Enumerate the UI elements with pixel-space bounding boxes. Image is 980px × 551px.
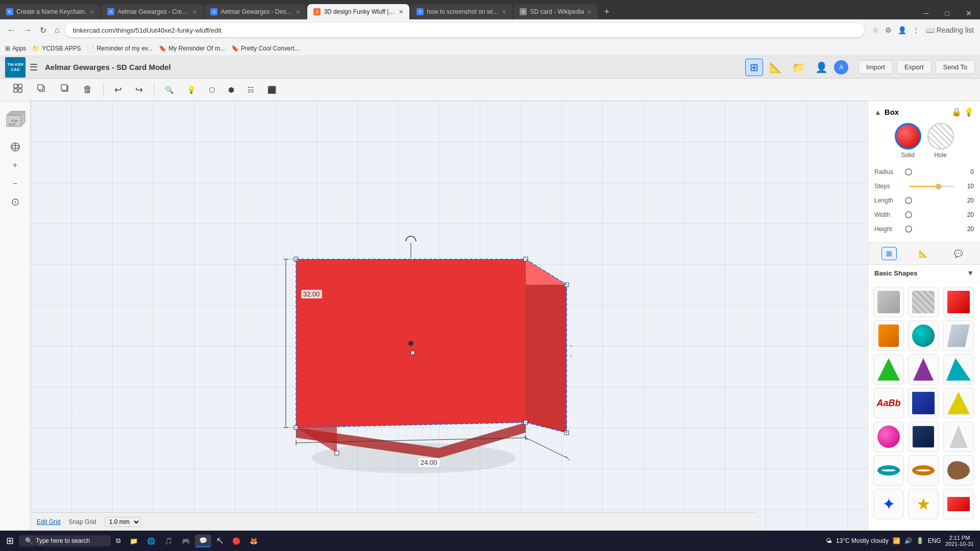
export-button[interactable]: Export xyxy=(897,60,932,74)
zoom-out-button[interactable]: − xyxy=(7,176,23,192)
shape-item-red-flat[interactable] xyxy=(943,489,974,519)
lightbulb-icon-button[interactable]: 💡 xyxy=(964,107,974,117)
steps-slider[interactable] xyxy=(909,186,954,187)
radius-dot[interactable] xyxy=(905,168,912,176)
discord-button[interactable]: 💬 xyxy=(195,535,211,547)
person-view-button[interactable]: 👤 xyxy=(811,59,832,76)
grid-view-button[interactable]: ⊞ xyxy=(745,59,763,76)
shape-item-metal[interactable] xyxy=(943,320,974,351)
view-tool-5[interactable]: ☷ xyxy=(243,83,259,97)
view-tool-4[interactable]: ⬢ xyxy=(224,83,239,97)
volume-icon[interactable]: 🔊 xyxy=(904,537,912,544)
shape-item-navy-box[interactable] xyxy=(908,421,939,452)
duplicate-tool[interactable] xyxy=(55,80,75,99)
tab-6[interactable]: S SD card - Wikipedia ✕ xyxy=(513,4,598,19)
shape-item-white-cone[interactable] xyxy=(943,421,974,452)
send-to-button[interactable]: Send To xyxy=(936,60,975,74)
menu-icon-button[interactable]: ☰ xyxy=(30,62,38,73)
tab-close-5[interactable]: ✕ xyxy=(502,9,506,15)
width-dot[interactable] xyxy=(905,211,912,218)
tab-close-4[interactable]: ✕ xyxy=(399,9,403,15)
hole-circle[interactable] xyxy=(927,123,954,149)
bookmark-button[interactable]: ☆ xyxy=(870,24,881,36)
shape-item-star-yellow[interactable]: ★ xyxy=(908,489,939,519)
shape-item-teal-prism[interactable] xyxy=(943,354,974,385)
chrome-button[interactable]: 🌐 xyxy=(143,535,159,547)
shape-item-orange-cyl[interactable] xyxy=(873,320,904,351)
shape-item-purple-prism[interactable] xyxy=(908,354,939,385)
solid-circle[interactable] xyxy=(895,123,921,149)
folder-view-button[interactable]: 📁 xyxy=(788,59,809,76)
ruler-tab-button[interactable]: 📐 xyxy=(915,247,932,260)
shape-item-blue-box[interactable] xyxy=(908,388,939,418)
shape-item-teal-sphere[interactable] xyxy=(908,320,939,351)
copy-tool[interactable] xyxy=(32,80,51,99)
tab-close-3[interactable]: ✕ xyxy=(296,9,300,15)
view-tool-3[interactable]: ⬡ xyxy=(204,83,219,97)
shape-item-green-prism[interactable] xyxy=(873,354,904,385)
minecraft-button[interactable]: ⛏ xyxy=(212,535,227,547)
bookmark-reminder2[interactable]: 🔖 My Reminder Of m... xyxy=(159,45,225,52)
ruler-view-button[interactable]: 📐 xyxy=(765,59,786,76)
new-tab-button[interactable]: + xyxy=(599,7,615,17)
import-button[interactable]: Import xyxy=(859,60,893,74)
shape-item-red-box[interactable] xyxy=(943,287,974,317)
redo-tool[interactable]: ↪ xyxy=(131,81,148,98)
extensions-button[interactable]: ⚙ xyxy=(883,24,894,36)
profile-button[interactable]: 👤 xyxy=(896,24,909,36)
shape-item-star-blue[interactable]: ✦ xyxy=(873,489,904,519)
canvas-area[interactable]: 32.00 24.00 Edit Grid Snap Grid 1.0 mm 0… xyxy=(31,101,868,531)
steam-button[interactable]: 🎮 xyxy=(178,535,194,547)
view-cube[interactable]: TOP BACK xyxy=(2,106,29,134)
search-bar[interactable]: 🔍 Type here to search xyxy=(19,535,111,546)
tab-close-1[interactable]: ✕ xyxy=(89,9,94,15)
tab-1[interactable]: K Create a Name Keychain. ✕ xyxy=(0,4,100,19)
orbit-button[interactable] xyxy=(7,139,23,155)
browser-button[interactable]: 🦊 xyxy=(246,535,262,547)
network-icon[interactable]: 📶 xyxy=(893,537,900,544)
spotify-button[interactable]: 🎵 xyxy=(160,535,177,547)
back-button[interactable]: ← xyxy=(4,23,18,37)
hole-option[interactable]: Hole xyxy=(927,123,954,159)
length-dot[interactable] xyxy=(905,197,912,204)
select-tool[interactable] xyxy=(8,80,28,99)
tab-2[interactable]: A Aelmar Gewarges - Create a Na... ✕ xyxy=(101,4,203,19)
shape-item-striped[interactable] xyxy=(908,287,939,317)
shape-item-pink-sphere[interactable] xyxy=(873,421,904,452)
bookmark-apps[interactable]: ⊞ Apps xyxy=(5,45,26,52)
shape-item-yellow-pyr[interactable] xyxy=(943,388,974,418)
view-tool-1[interactable]: 🔍 xyxy=(160,83,178,97)
address-input[interactable] xyxy=(65,23,864,37)
shape-item-brown-blob[interactable] xyxy=(943,455,974,486)
avatar-button[interactable]: A xyxy=(834,60,848,74)
shape-item-gray-box[interactable] xyxy=(873,287,904,317)
file-explorer-button[interactable]: 📁 xyxy=(126,535,142,547)
bookmark-convert[interactable]: 🔖 Pretty Cool Convert... xyxy=(231,45,300,52)
edit-grid-label[interactable]: Edit Grid xyxy=(37,518,61,525)
bookmark-reminder1[interactable]: 📄 Reminder of my ev... xyxy=(87,45,153,52)
home-button[interactable]: ⌂ xyxy=(52,23,63,37)
chat-tab-button[interactable]: 💬 xyxy=(950,247,967,260)
shapes-dropdown-button[interactable]: ▼ xyxy=(967,269,974,277)
shape-item-orange-torus[interactable] xyxy=(908,455,939,486)
shape-item-teal-torus[interactable] xyxy=(873,455,904,486)
height-dot[interactable] xyxy=(905,226,912,233)
delete-tool[interactable]: 🗑 xyxy=(79,81,97,98)
tab-4[interactable]: 3 3D design Funky Wluff | Tinkerc... ✕ xyxy=(307,4,409,19)
close-window-button[interactable]: ✕ xyxy=(958,7,980,19)
tab-close-2[interactable]: ✕ xyxy=(192,9,197,15)
view-tool-2[interactable]: 💡 xyxy=(182,83,200,97)
view-tool-6[interactable]: ⬛ xyxy=(263,83,281,97)
undo-tool[interactable]: ↩ xyxy=(110,81,127,98)
menu-button[interactable]: ⋮ xyxy=(911,24,922,36)
snap-grid-select[interactable]: 1.0 mm 0.5 mm 2.0 mm xyxy=(105,517,141,527)
maximize-button[interactable]: □ xyxy=(937,7,958,19)
tab-3[interactable]: A Aelmar Gewarges - Design & M... ✕ xyxy=(204,4,306,19)
app6-button[interactable]: 🔴 xyxy=(228,535,244,547)
reload-button[interactable]: ↻ xyxy=(37,23,50,37)
reading-list-button[interactable]: 📖 Reading list xyxy=(924,24,976,36)
tab-5[interactable]: h how to screenshot on windows... ✕ xyxy=(410,4,512,19)
taskview-button[interactable]: ⧉ xyxy=(112,535,125,547)
fit-view-button[interactable] xyxy=(7,194,23,210)
forward-button[interactable]: → xyxy=(20,23,35,37)
